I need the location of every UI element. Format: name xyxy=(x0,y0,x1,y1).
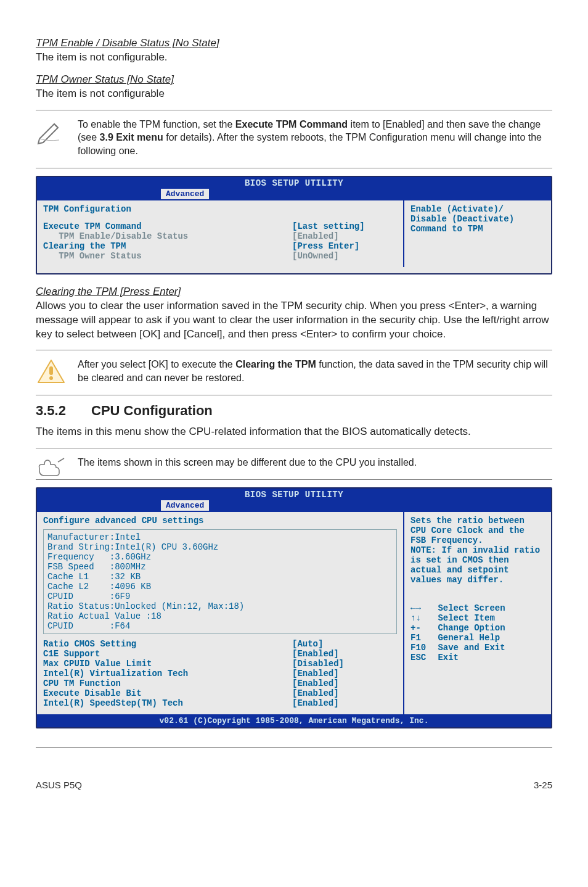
bios1-row-value: [Enabled] xyxy=(292,231,397,241)
bios2-row-label: Max CPUID Value Limit xyxy=(43,659,292,669)
tpm-owner-heading: TPM Owner Status [No State] xyxy=(36,73,552,86)
bios2-help-key-label: Select Screen xyxy=(433,603,505,613)
bios2-row-label: Ratio CMOS Setting xyxy=(43,639,292,649)
bios2-help-key-row: ←→ Select Screen xyxy=(410,603,545,613)
bios2-help-key: F10 xyxy=(410,643,433,653)
svg-line-2 xyxy=(58,458,64,462)
bios1-tab-advanced: Advanced xyxy=(160,188,210,199)
bios2-row-value: [Enabled] xyxy=(292,688,397,698)
bios2-row: C1E Support[Enabled] xyxy=(43,649,397,659)
bios-screenshot-tpm: BIOS SETUP UTILITY Advanced TPM Configur… xyxy=(36,176,552,274)
bios2-help-key-label: Save and Exit xyxy=(433,643,505,653)
clearing-tpm-text: Allows you to clear the user information… xyxy=(36,299,552,342)
bios1-row-label: TPM Enable/Disable Status xyxy=(43,231,292,241)
bios2-row: Intel(R) Virtualization Tech[Enabled] xyxy=(43,669,397,679)
bios2-row-label: Intel(R) Virtualization Tech xyxy=(43,669,292,679)
bios2-row: Ratio CMOS Setting[Auto] xyxy=(43,639,397,649)
bios2-row: CPU TM Function[Enabled] xyxy=(43,679,397,688)
note-enable-tpm: To enable the TPM function, set the Exec… xyxy=(36,118,552,158)
clearing-tpm-heading: Clearing the TPM [Press Enter] xyxy=(36,286,552,298)
bios2-help-key-label: Exit xyxy=(433,653,459,662)
bios2-help-key-row: F10 Save and Exit xyxy=(410,643,545,653)
bios2-help-top: Sets the ratio between CPU Core Clock an… xyxy=(410,516,545,585)
tpm-enable-disable-text: The item is not configurable. xyxy=(36,51,552,65)
bios2-row-value: [Enabled] xyxy=(292,649,397,659)
section-352-num: 3.5.2 xyxy=(36,403,91,419)
note1-before: To enable the TPM function, set the xyxy=(78,119,235,130)
footer-right: 3-25 xyxy=(534,780,552,790)
bios2-help-key: +- xyxy=(410,623,433,633)
bios2-help-key-row: ↑↓ Select Item xyxy=(410,613,545,623)
bios2-row-label: Intel(R) SpeedStep(TM) Tech xyxy=(43,698,292,708)
bios2-help-key-label: General Help xyxy=(433,633,500,643)
bios2-row-value: [Auto] xyxy=(292,639,397,649)
bios1-row-label: Execute TPM Command xyxy=(43,221,292,231)
bios2-panel-title: Configure advanced CPU settings xyxy=(43,516,397,526)
bios2-help-key: ESC xyxy=(410,653,433,662)
bios2-tab-advanced: Advanced xyxy=(160,500,210,511)
bios2-footer: v02.61 (C)Copyright 1985-2008, American … xyxy=(37,714,551,727)
warning-note: After you select [OK] to execute the Cle… xyxy=(36,358,552,385)
bios1-row: TPM Enable/Disable Status[Enabled] xyxy=(43,231,397,241)
warning-icon xyxy=(36,358,69,385)
bios1-row-value: [UnOwned] xyxy=(292,251,397,261)
bios1-title: BIOS SETUP UTILITY xyxy=(37,177,551,188)
bios1-row: Execute TPM Command[Last setting] xyxy=(43,221,397,231)
bios1-row-value: [Press Enter] xyxy=(292,241,397,251)
footer-left: ASUS P5Q xyxy=(36,780,82,790)
tpm-owner-text: The item is not configurable xyxy=(36,87,552,101)
bios2-row-label: C1E Support xyxy=(43,649,292,659)
bios-screenshot-cpu: BIOS SETUP UTILITY Advanced Configure ad… xyxy=(36,487,552,728)
pencil-icon xyxy=(36,118,69,145)
bios2-row: Intel(R) SpeedStep(TM) Tech[Enabled] xyxy=(43,698,397,708)
bios1-row-label: Clearing the TPM xyxy=(43,241,292,251)
section-352-heading: 3.5.2CPU Configuration xyxy=(36,403,552,419)
note1-bold1: Execute TPM Command xyxy=(235,119,348,130)
bios2-row-label: CPU TM Function xyxy=(43,679,292,688)
bios2-help-keys: ←→ Select Screen↑↓ Select Item+- Change … xyxy=(410,603,545,662)
bios2-row-value: [Disabled] xyxy=(292,659,397,669)
bios1-row-value: [Last setting] xyxy=(292,221,397,231)
bios2-help-key-row: ESC Exit xyxy=(410,653,545,662)
note-cpu-items: The items shown in this screen may be di… xyxy=(36,456,552,477)
bios2-help-key: F1 xyxy=(410,633,433,643)
page-footer: ASUS P5Q 3-25 xyxy=(36,776,552,790)
bios2-title: BIOS SETUP UTILITY xyxy=(37,489,551,500)
warn-before: After you select [OK] to execute the xyxy=(78,359,235,369)
bios1-panel-title: TPM Configuration xyxy=(43,204,397,214)
tpm-enable-disable-heading: TPM Enable / Disable Status [No State] xyxy=(36,37,552,49)
bios2-row-label: Execute Disable Bit xyxy=(43,688,292,698)
svg-point-1 xyxy=(49,376,53,380)
bios2-row-value: [Enabled] xyxy=(292,698,397,708)
note1-bold2: 3.9 Exit menu xyxy=(100,132,163,142)
svg-rect-0 xyxy=(49,366,53,375)
bios1-help: Enable (Activate)/ Disable (Deactivate) … xyxy=(404,200,551,267)
bios2-row: Max CPUID Value Limit[Disabled] xyxy=(43,659,397,669)
bios2-help-key-label: Change Option xyxy=(433,623,505,633)
bios1-row: TPM Owner Status[UnOwned] xyxy=(43,251,397,261)
bios2-row-value: [Enabled] xyxy=(292,679,397,688)
bios1-row: Clearing the TPM[Press Enter] xyxy=(43,241,397,251)
note2-text: The items shown in this screen may be di… xyxy=(78,456,552,469)
warn-bold: Clearing the TPM xyxy=(235,359,316,369)
hand-pointer-icon xyxy=(36,456,69,477)
bios2-help-key-row: F1 General Help xyxy=(410,633,545,643)
bios2-row: Execute Disable Bit[Enabled] xyxy=(43,688,397,698)
bios2-help-key-label: Select Item xyxy=(433,613,495,623)
bios2-help-key: ←→ xyxy=(410,603,433,613)
section-352-title: CPU Configuration xyxy=(91,403,213,418)
bios2-help-key: ↑↓ xyxy=(410,613,433,623)
bios1-row-label: TPM Owner Status xyxy=(43,251,292,261)
section-352-intro: The items in this menu show the CPU-rela… xyxy=(36,425,552,439)
bios2-info-block: Manufacturer:Intel Brand String:Intel(R)… xyxy=(43,529,397,634)
bios2-help-key-row: +- Change Option xyxy=(410,623,545,633)
bios2-row-value: [Enabled] xyxy=(292,669,397,679)
